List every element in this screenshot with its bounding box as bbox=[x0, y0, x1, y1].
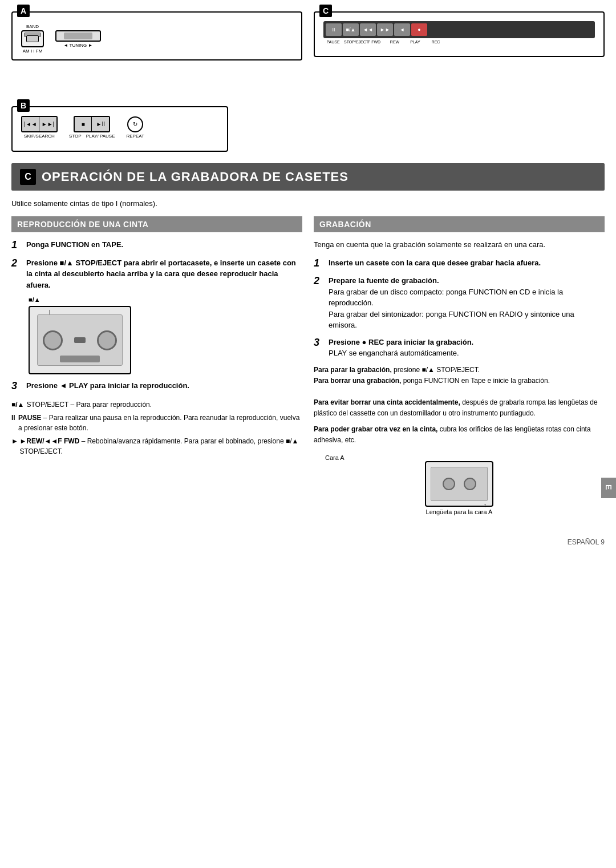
step-2-text: Presione ■/▲ STOP/EJECT para abrir el po… bbox=[26, 257, 302, 291]
pause-btn[interactable]: II bbox=[326, 23, 342, 36]
grab-step-2-bold: Prepare la fuente de grabación. bbox=[329, 276, 439, 285]
rec-label: REC bbox=[426, 40, 445, 44]
stopeject-label: STOP/EJECT bbox=[344, 40, 363, 44]
cassette-image: ↓ bbox=[29, 306, 131, 374]
note-1-text: STOP/EJECT – Para parar reproducción. bbox=[26, 399, 152, 410]
band-knob[interactable] bbox=[21, 30, 44, 47]
grab-step-2-cd: Para grabar de un disco compacto: ponga … bbox=[329, 288, 563, 308]
grab-step-3-text2: PLAY se enganchará automáticamente. bbox=[329, 349, 459, 357]
stop-label: STOP bbox=[69, 134, 82, 139]
step-2-number: 2 bbox=[11, 257, 22, 270]
cara-a-label: Cara A bbox=[325, 454, 345, 461]
ffwd-label: F FWD bbox=[364, 40, 384, 44]
language-page-combined: ESPAÑOL 9 bbox=[568, 538, 605, 546]
section-label: C bbox=[20, 169, 36, 185]
note-2-bullet: II bbox=[11, 413, 16, 423]
small-cassette-inner bbox=[431, 467, 488, 501]
stop-play-button: ■ ►II STOP PLAY/ PAUSE bbox=[69, 116, 115, 139]
footer-3-bold: Para evitar borrar una cinta accidentalm… bbox=[314, 398, 460, 406]
grab-step-2-radio: Para grabar del sintonizador: ponga FUNC… bbox=[329, 310, 574, 330]
diagram-c: C II ■/▲ ◄◄ ►► ◄ ● PAUSE STOP/EJECT F FW… bbox=[314, 11, 605, 57]
grabacion-section: GRABACIÓN Tenga en cuenta que la grabaci… bbox=[314, 216, 605, 515]
transport-labels: PAUSE STOP/EJECT F FWD REW PLAY REC bbox=[323, 40, 595, 44]
cassette-tape bbox=[74, 337, 86, 343]
stop-play-group[interactable]: ■ ►II bbox=[74, 116, 110, 132]
footer-2-bold: Para borrar una grabación, bbox=[314, 377, 401, 385]
step-1-text: Ponga FUNCTION en TAPE. bbox=[26, 239, 123, 251]
top-diagrams-section: A BAND AM I I FM ◄ TUNING ► C II ■/▲ bbox=[11, 11, 605, 60]
stop-icon[interactable]: ■ bbox=[75, 117, 92, 131]
footer-4-bold: Para poder grabar otra vez en la cinta, bbox=[314, 425, 437, 433]
eject-label: ■/▲ bbox=[29, 296, 302, 303]
skip-back-icon[interactable]: |◄◄ bbox=[22, 117, 39, 131]
note-2-text: PAUSE – Para realizar una pausa en la re… bbox=[18, 413, 302, 433]
grab-step-3-bold: Presione ● REC para iniciar la grabación… bbox=[329, 338, 473, 346]
rec-btn[interactable]: ● bbox=[411, 23, 427, 36]
section-title: OPERACIÓN DE LA GRABADORA DE CASETES bbox=[42, 169, 348, 184]
cassette-reel-left bbox=[43, 330, 63, 350]
rew-label: REW bbox=[385, 40, 404, 44]
note-2: II PAUSE – Para realizar una pausa en la… bbox=[11, 413, 302, 433]
footer-4: Para poder grabar otra vez en la cinta, … bbox=[314, 424, 605, 446]
diagram-a-label: A bbox=[17, 5, 30, 17]
play-pause-label: PLAY/ PAUSE bbox=[86, 134, 115, 139]
rew-btn[interactable]: ►► bbox=[377, 23, 393, 36]
grab-step-1-number: 1 bbox=[314, 257, 324, 270]
step-1-bold: Ponga FUNCTION en TAPE. bbox=[26, 240, 123, 249]
footer-1: Para parar la grabación, presione ■/▲ ST… bbox=[314, 365, 605, 376]
tuning-control: ◄ TUNING ► bbox=[55, 30, 101, 48]
repeat-circle[interactable]: ↻ bbox=[127, 116, 143, 132]
step-1: 1 Ponga FUNCTION en TAPE. bbox=[11, 239, 302, 252]
footer-notes: Para parar la grabación, presione ■/▲ ST… bbox=[314, 365, 605, 446]
skip-search-button: |◄◄ ►►| SKIP/SEARCH bbox=[21, 116, 58, 139]
small-reel-left bbox=[443, 478, 455, 490]
page-footer: ESPAÑOL 9 bbox=[11, 532, 605, 546]
reproduccion-section: REPRODUCCIÓN DE UNA CINTA 1 Ponga FUNCTI… bbox=[11, 216, 302, 459]
footer-2: Para borrar una grabación, ponga FUNCTIO… bbox=[314, 376, 605, 386]
band-control: BAND AM I I FM bbox=[21, 24, 44, 54]
diagram-a: A BAND AM I I FM ◄ TUNING ► bbox=[11, 11, 302, 60]
small-cassette-diagram: Cara A ↑ Lengüeta para la cara A bbox=[314, 454, 605, 515]
note-3: ► ►REW/◄◄F FWD – Rebobina/avanza rápidam… bbox=[11, 436, 302, 457]
diagram-b: B |◄◄ ►►| SKIP/SEARCH ■ ►II STOP PLAY/ P… bbox=[11, 106, 228, 152]
grab-step-2-text: Prepare la fuente de grabación. Para gra… bbox=[329, 275, 605, 331]
repeat-label: REPEAT bbox=[126, 134, 144, 139]
cassette-diagram: ■/▲ ↓ bbox=[29, 296, 302, 374]
grab-step-1: 1 Inserte un casete con la cara que dese… bbox=[314, 257, 605, 270]
grab-step-1-text: Inserte un casete con la cara que desee … bbox=[329, 257, 541, 269]
small-reel-right bbox=[464, 478, 476, 490]
note-1-bullet: ■/▲ bbox=[11, 399, 24, 410]
notes-section: ■/▲ STOP/EJECT – Para parar reproducción… bbox=[11, 399, 302, 457]
side-e-label: E bbox=[601, 478, 616, 498]
note-3-bullet: ► bbox=[11, 436, 17, 446]
ffwd-btn[interactable]: ◄◄ bbox=[360, 23, 376, 36]
cara-sub-label: Lengüeta para la cara A bbox=[426, 508, 493, 515]
note-1: ■/▲ STOP/EJECT – Para parar reproducción… bbox=[11, 399, 302, 410]
reproduccion-header: REPRODUCCIÓN DE UNA CINTA bbox=[11, 216, 302, 232]
skip-fwd-icon[interactable]: ►►| bbox=[39, 117, 56, 131]
lengueta-arrow: ↑ bbox=[484, 502, 487, 508]
skip-search-group[interactable]: |◄◄ ►►| bbox=[21, 116, 58, 132]
repeat-button: ↻ REPEAT bbox=[126, 116, 144, 139]
stop-eject-btn[interactable]: ■/▲ bbox=[343, 23, 359, 36]
grabacion-intro: Tenga en cuenta que la grabación solamen… bbox=[314, 239, 605, 251]
play-label-c: PLAY bbox=[406, 40, 425, 44]
main-section-header: C OPERACIÓN DE LA GRABADORA DE CASETES bbox=[11, 163, 605, 191]
step-2: 2 Presione ■/▲ STOP/EJECT para abrir el … bbox=[11, 257, 302, 291]
tuning-slider[interactable] bbox=[55, 30, 101, 42]
transport-buttons: II ■/▲ ◄◄ ►► ◄ ● bbox=[323, 21, 595, 38]
footer-1-bold: Para parar la grabación, bbox=[314, 366, 392, 374]
footer-3: Para evitar borrar una cinta accidentalm… bbox=[314, 397, 605, 419]
play-pause-icon[interactable]: ►II bbox=[92, 117, 109, 131]
am-fm-label: AM I I FM bbox=[23, 49, 43, 54]
step-3-text: Presione ◄ PLAY para iniciar la reproduc… bbox=[26, 380, 189, 391]
cassette-window bbox=[60, 356, 100, 362]
play-btn[interactable]: ◄ bbox=[394, 23, 410, 36]
step-3-bold: Presione ◄ PLAY para iniciar la reproduc… bbox=[26, 381, 189, 390]
subtitle: Utilice solamente cintas de tipo I (norm… bbox=[11, 199, 605, 208]
step-2-bold: Presione ■/▲ STOP/EJECT para abrir el po… bbox=[26, 259, 296, 289]
grabacion-header: GRABACIÓN bbox=[314, 216, 605, 232]
grab-step-3-text: Presione ● REC para iniciar la grabación… bbox=[329, 337, 473, 359]
cassette-inner bbox=[37, 314, 123, 366]
diagram-c-label: C bbox=[319, 5, 332, 17]
